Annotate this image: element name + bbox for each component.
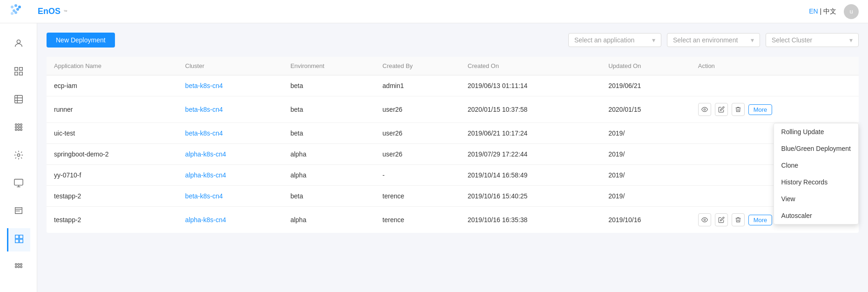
delete-icon[interactable] — [732, 103, 745, 116]
cluster-link[interactable]: beta-k8s-cn4 — [185, 106, 223, 113]
table-row: testapp-2 alpha-k8s-cn4 alpha terence 20… — [47, 207, 859, 233]
svg-point-40 — [20, 266, 22, 268]
cell-app-name: testapp-2 — [47, 186, 178, 207]
svg-point-5 — [11, 12, 13, 15]
edit-icon[interactable] — [715, 103, 728, 116]
cell-created-on: 2019/07/29 17:22:44 — [460, 144, 601, 165]
settings-icon — [13, 150, 24, 163]
col-action: Action — [691, 57, 859, 75]
cell-updated-on: 2019/ — [601, 144, 690, 165]
svg-rect-34 — [20, 239, 23, 242]
select-application-dropdown[interactable]: Select an application ▾ — [568, 33, 661, 47]
dropdown-menu-item[interactable]: History Records — [774, 174, 858, 190]
cell-updated-on: 2019/10/16 — [601, 207, 690, 233]
cell-created-on: 2019/06/13 01:11:14 — [460, 75, 601, 96]
svg-point-23 — [18, 129, 20, 130]
svg-point-39 — [18, 266, 20, 268]
dashboard-icon — [13, 66, 24, 79]
board-icon — [13, 94, 24, 107]
svg-rect-26 — [14, 179, 22, 185]
more-button[interactable]: More — [748, 215, 773, 225]
select-cluster-dropdown[interactable]: Select Cluster ▾ — [766, 33, 859, 47]
table-row: uic-test beta-k8s-cn4 beta user26 2019/0… — [47, 123, 859, 144]
table-row: runner beta-k8s-cn4 beta user26 2020/01/… — [47, 96, 859, 123]
logo-text: EnOS — [38, 7, 61, 16]
svg-point-4 — [16, 8, 19, 11]
dropdown-menu-item[interactable]: Rolling Update — [774, 123, 858, 140]
monitor-icon — [13, 178, 24, 190]
dropdown-menu-item[interactable]: Clone — [774, 157, 858, 174]
svg-rect-10 — [14, 72, 17, 75]
sidebar-item-users[interactable] — [7, 33, 30, 56]
logo-tm: ™ — [63, 9, 67, 14]
new-deployment-button[interactable]: New Deployment — [47, 33, 115, 48]
cell-updated-on: 2019/ — [601, 123, 690, 144]
svg-point-19 — [15, 126, 17, 128]
chevron-down-icon: ▾ — [849, 36, 853, 44]
svg-point-38 — [15, 266, 17, 268]
cluster-link[interactable]: alpha-k8s-cn4 — [185, 216, 226, 224]
user-icon — [13, 38, 24, 51]
cell-cluster: beta-k8s-cn4 — [178, 123, 283, 144]
edit-icon[interactable] — [715, 213, 728, 226]
messages-icon — [13, 206, 24, 218]
view-icon[interactable] — [698, 103, 711, 116]
sidebar — [0, 23, 37, 292]
view-icon[interactable] — [698, 213, 711, 226]
user-avatar[interactable]: u — [844, 4, 859, 19]
cell-action: More — [691, 96, 859, 123]
deploy-icon — [14, 234, 24, 246]
cell-app-name: ecp-iam — [47, 75, 178, 96]
deployments-table-container: Application Name Cluster Environment Cre… — [47, 57, 859, 233]
sidebar-item-monitor[interactable] — [7, 172, 30, 196]
sidebar-item-messages[interactable] — [7, 200, 30, 224]
cell-updated-on: 2019/ — [601, 186, 690, 207]
cell-created-by: admin1 — [375, 75, 460, 96]
select-environment-dropdown[interactable]: Select an environment ▾ — [667, 33, 760, 47]
sidebar-item-deploy[interactable] — [7, 228, 30, 251]
svg-point-16 — [15, 123, 17, 125]
svg-point-6 — [14, 11, 17, 14]
cell-cluster: alpha-k8s-cn4 — [178, 207, 283, 233]
dropdown-menu-item[interactable]: Blue/Green Deployment — [774, 140, 858, 157]
cell-environment: alpha — [283, 144, 375, 165]
cell-environment: alpha — [283, 207, 375, 233]
col-created-by: Created By — [375, 57, 460, 75]
cell-created-on: 2019/10/16 15:40:25 — [460, 186, 601, 207]
cluster-link[interactable]: beta-k8s-cn4 — [185, 192, 223, 200]
cell-created-on: 2019/10/14 16:58:49 — [460, 165, 601, 186]
header-right: EN | 中文 u — [809, 4, 859, 19]
sidebar-item-grid[interactable] — [7, 256, 30, 279]
toolbar: New Deployment Select an application ▾ S… — [47, 33, 859, 48]
table-header: Application Name Cluster Environment Cre… — [47, 57, 859, 75]
table-row: testapp-2 beta-k8s-cn4 beta terence 2019… — [47, 186, 859, 207]
table-row: yy-0710-f alpha-k8s-cn4 alpha - 2019/10/… — [47, 165, 859, 186]
cluster-link[interactable]: alpha-k8s-cn4 — [185, 171, 226, 179]
select-cluster-label: Select Cluster — [772, 36, 812, 44]
svg-point-20 — [18, 126, 20, 128]
svg-rect-33 — [15, 239, 19, 242]
delete-icon[interactable] — [732, 213, 745, 226]
cell-action — [691, 75, 859, 96]
cluster-link[interactable]: beta-k8s-cn4 — [185, 129, 223, 137]
svg-point-36 — [18, 263, 20, 265]
cluster-link[interactable]: beta-k8s-cn4 — [185, 82, 223, 89]
deployments-table: Application Name Cluster Environment Cre… — [47, 57, 859, 233]
cluster-link[interactable]: alpha-k8s-cn4 — [185, 150, 226, 158]
sidebar-item-apps[interactable] — [7, 116, 30, 140]
sidebar-item-board[interactable] — [7, 88, 30, 112]
col-environment: Environment — [283, 57, 375, 75]
svg-point-21 — [20, 126, 22, 128]
cell-created-by: terence — [375, 186, 460, 207]
sidebar-item-settings[interactable] — [7, 144, 30, 168]
more-button[interactable]: More — [748, 104, 773, 115]
dropdown-menu-item[interactable]: View — [774, 190, 858, 207]
dropdown-menu-item[interactable]: Autoscaler — [774, 207, 858, 224]
more-dropdown-menu: Rolling UpdateBlue/Green DeploymentClone… — [774, 123, 859, 224]
sidebar-item-dashboard[interactable] — [7, 61, 30, 84]
col-app-name: Application Name — [47, 57, 178, 75]
cell-created-by: user26 — [375, 144, 460, 165]
cell-created-on: 2020/01/15 10:37:58 — [460, 96, 601, 123]
language-switcher[interactable]: EN | 中文 — [809, 7, 836, 16]
logo: EnOS ™ — [9, 3, 67, 20]
